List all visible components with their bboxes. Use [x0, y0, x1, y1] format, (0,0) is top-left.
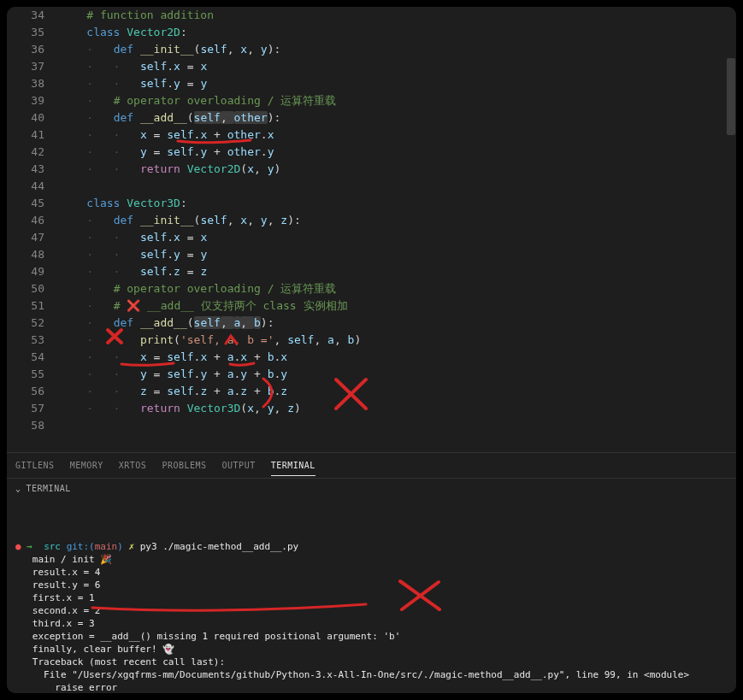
- line-content[interactable]: [60, 178, 86, 195]
- token-op: ,: [221, 316, 234, 329]
- line-content[interactable]: class Vector3D:: [60, 195, 187, 212]
- token-self: self: [140, 248, 167, 261]
- line-content[interactable]: · · return Vector3D(x, y, z): [60, 400, 301, 417]
- code-line[interactable]: 43 · · return Vector2D(x, y): [7, 161, 736, 178]
- line-number: 50: [7, 280, 60, 297]
- code-line[interactable]: 42 · · y = self.y + other.y: [7, 144, 736, 161]
- code-line[interactable]: 38 · · self.y = y: [7, 75, 736, 92]
- code-line[interactable]: 52 · def __add__(self, a, b):: [7, 315, 736, 332]
- token-op: .: [167, 248, 174, 261]
- token-self: self: [140, 77, 167, 90]
- scrollbar-vertical[interactable]: [726, 7, 736, 452]
- line-content[interactable]: · # operator overloading / 运算符重载: [60, 280, 336, 297]
- token-param: x: [240, 214, 247, 226]
- line-content[interactable]: · def __init__(self, x, y):: [60, 41, 280, 58]
- token-op: +: [247, 385, 267, 397]
- code-line[interactable]: 44: [7, 178, 736, 195]
- code-line[interactable]: 56 · · z = self.z + a.z + b.z: [7, 383, 736, 400]
- terminal-output[interactable]: ● → src git:(main) ✗ py3 ./magic-method_…: [7, 498, 736, 693]
- line-number: 57: [7, 400, 60, 417]
- terminal-text: first.x = 1: [15, 592, 95, 603]
- panel-tab-memory[interactable]: MEMORY: [70, 456, 103, 475]
- line-number: 38: [7, 75, 60, 92]
- panel-tab-output[interactable]: OUTPUT: [222, 456, 256, 475]
- code-line[interactable]: 58: [7, 417, 736, 434]
- line-content[interactable]: · · self.x = x: [60, 58, 207, 75]
- code-line[interactable]: 45 class Vector3D:: [7, 195, 736, 212]
- line-content[interactable]: [60, 417, 86, 434]
- token-param: x: [200, 60, 207, 73]
- panel-tab-gitlens[interactable]: GITLENS: [15, 456, 55, 475]
- terminal-line: raise error: [15, 681, 728, 693]
- code-line[interactable]: 48 · · self.y = y: [7, 246, 736, 263]
- line-content[interactable]: · · self.z = z: [60, 263, 207, 280]
- token-op: ,: [227, 43, 241, 56]
- code-line[interactable]: 49 · · self.z = z: [7, 263, 736, 280]
- line-content[interactable]: · · z = self.z + a.z + b.z: [60, 383, 287, 400]
- code-line[interactable]: 39 · # operator overloading / 运算符重载: [7, 92, 736, 109]
- code-line[interactable]: 37 · · self.x = x: [7, 58, 736, 75]
- panel-tab-terminal[interactable]: TERMINAL: [271, 456, 315, 476]
- code-line[interactable]: 35 class Vector2D:: [7, 24, 736, 41]
- token-keyword: def: [114, 316, 133, 329]
- line-content[interactable]: # function addition: [60, 7, 214, 24]
- token-self: self: [140, 60, 167, 73]
- terminal-text: Traceback (most recent call last):: [15, 656, 225, 668]
- terminal-section-label: TERMINAL: [27, 484, 71, 493]
- code-line[interactable]: 53 · · print('self, a, b =', self, a, b): [7, 332, 736, 349]
- line-content[interactable]: · · x = self.x + a.x + b.x: [60, 349, 287, 366]
- token-param: y: [240, 368, 247, 380]
- token-op: [133, 214, 140, 226]
- line-number: 37: [7, 58, 60, 75]
- line-content[interactable]: · def __init__(self, x, y, z):: [60, 212, 301, 229]
- token-op: .: [261, 128, 268, 141]
- line-content[interactable]: · # operator overloading / 运算符重载: [60, 92, 336, 109]
- line-content[interactable]: · · x = self.x + other.x: [60, 126, 274, 144]
- code-line[interactable]: 40 · def __add__(self, other):: [7, 109, 736, 126]
- token-op: .: [167, 77, 174, 90]
- line-number: 44: [7, 178, 60, 195]
- line-content[interactable]: · · self.y = y: [60, 75, 207, 92]
- line-content[interactable]: · def __add__(self, other):: [60, 109, 280, 126]
- line-number: 40: [7, 109, 60, 126]
- token-param: other: [234, 111, 268, 124]
- code-line[interactable]: 55 · · y = self.y + a.y + b.y: [7, 366, 736, 383]
- panel-tab-xrtos[interactable]: XRTOS: [119, 456, 147, 475]
- terminal-section-header[interactable]: ⌄ TERMINAL: [7, 478, 736, 498]
- code-line[interactable]: 36 · def __init__(self, x, y):: [7, 41, 736, 58]
- code-line[interactable]: 50 · # operator overloading / 运算符重载: [7, 280, 736, 297]
- code-line[interactable]: 47 · · self.x = x: [7, 229, 736, 246]
- token-param: x: [280, 350, 287, 363]
- token-param: b: [254, 316, 261, 329]
- scrollbar-thumb[interactable]: [727, 58, 735, 135]
- line-content[interactable]: · # ❌ __add__ 仅支持两个 class 实例相加: [60, 297, 348, 315]
- line-content[interactable]: · · self.y = y: [60, 246, 207, 263]
- token-param: other: [227, 128, 261, 141]
- line-content[interactable]: class Vector2D:: [60, 24, 187, 41]
- token-class: Vector2D: [187, 162, 241, 175]
- line-content[interactable]: · def __add__(self, a, b):: [60, 315, 274, 332]
- line-number: 46: [7, 212, 60, 229]
- terminal-line: Traceback (most recent call last):: [15, 656, 728, 668]
- code-line[interactable]: 34 # function addition: [7, 7, 736, 24]
- line-content[interactable]: · · y = self.y + a.y + b.y: [60, 366, 287, 383]
- line-number: 34: [7, 7, 60, 24]
- token-param: z: [287, 402, 294, 415]
- token-class: Vector2D: [127, 26, 180, 38]
- line-content[interactable]: · · print('self, a, b =', self, a, b): [60, 332, 361, 349]
- code-line[interactable]: 57 · · return Vector3D(x, y, z): [7, 400, 736, 417]
- line-content[interactable]: · · return Vector2D(x, y): [60, 161, 280, 178]
- code-line[interactable]: 46 · def __init__(self, x, y, z):: [7, 212, 736, 229]
- code-line[interactable]: 51 · # ❌ __add__ 仅支持两个 class 实例相加: [7, 297, 736, 315]
- token-dot: · ·: [60, 162, 140, 175]
- code-editor[interactable]: 34 # function addition35 class Vector2D:…: [7, 7, 736, 452]
- code-line[interactable]: 41 · · x = self.x + other.x: [7, 126, 736, 144]
- panel-tab-problems[interactable]: PROBLEMS: [162, 456, 206, 475]
- token-op: +: [207, 128, 227, 141]
- line-content[interactable]: · · self.x = x: [60, 229, 207, 246]
- token-op: =: [147, 368, 167, 380]
- token-return: return: [140, 162, 180, 175]
- line-content[interactable]: · · y = self.y + other.y: [60, 144, 274, 161]
- code-line[interactable]: 54 · · x = self.x + a.x + b.x: [7, 349, 736, 366]
- token-op: ,: [268, 214, 281, 226]
